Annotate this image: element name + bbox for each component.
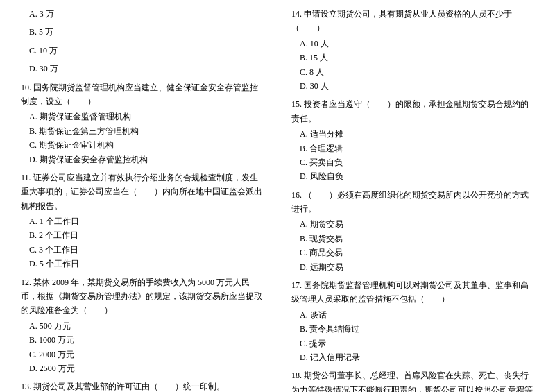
q16-opt-c: C. 商品交易 [291,246,534,259]
question-16-text: 16. （ ）必须在高度组织化的期货交易所内以公开竞价的方式进行。 [291,188,534,216]
option-text: A. 3 万 [21,7,264,21]
q12-opt-d: D. 2500 万元 [21,361,264,375]
question-15-text: 15. 投资者应当遵守（ ）的限额，承担金融期货交易合规约的责任。 [291,97,534,126]
q17-opt-b: B. 责令具结悔过 [291,322,534,336]
question-11: 11. 证券公司应当建立并有效执行介绍业务的合规检查制度，发生重大事项的，证券公… [21,171,264,271]
q15-opt-a: A. 适当分摊 [291,127,534,141]
q16-opt-b: B. 现货交易 [291,232,534,246]
question-13-text: 13. 期货公司及其营业部的许可证由（ ）统一印制。 [21,380,264,392]
q16-opt-a: A. 期货交易 [291,217,534,231]
question-10-text: 10. 国务院期货监督管理机构应当建立、健全保证金安全存管监控制度，设立（ ） [21,80,264,109]
question-18: 18. 期货公司董事长、总经理、首席风险官在失踪、死亡、丧失行为力等特殊情况下不… [291,368,534,392]
q11-opt-c: C. 3 个工作日 [21,243,264,257]
option-text: B. 5 万 [21,25,264,39]
option-b5: B. 5 万 [21,25,264,39]
question-13: 13. 期货公司及其营业部的许可证由（ ）统一印制。 A. 国务院 B. 期货交… [21,380,264,392]
q14-opt-a: A. 10 人 [291,37,534,51]
option-text: D. 30 万 [21,62,264,76]
q11-opt-b: B. 2 个工作日 [21,228,264,242]
question-12-text: 12. 某体 2009 年，某期货交易所的手续费收入为 5000 万元人民币，根… [21,275,264,318]
question-16: 16. （ ）必须在高度组织化的期货交易所内以公开竞价的方式进行。 A. 期货交… [291,188,534,274]
column-left: A. 3 万 B. 5 万 C. 10 万 D. 30 万 10. 国务院期货监… [21,7,271,392]
question-12: 12. 某体 2009 年，某期货交易所的手续费收入为 5000 万元人民币，根… [21,275,264,376]
q10-opt-d: D. 期货保证金安全存管监控机构 [21,153,264,167]
q15-opt-b: B. 合理逻辑 [291,142,534,155]
q14-opt-c: C. 8 人 [291,65,534,79]
q15-opt-d: D. 风险自负 [291,169,534,183]
q11-opt-a: A. 1 个工作日 [21,214,264,228]
page-container: A. 3 万 B. 5 万 C. 10 万 D. 30 万 10. 国务院期货监… [21,7,534,392]
q16-opt-d: D. 远期交易 [291,260,534,274]
q15-opt-c: C. 买卖自负 [291,155,534,169]
option-a3: A. 3 万 [21,7,264,21]
q12-opt-a: A. 500 万元 [21,319,264,333]
question-18-text: 18. 期货公司董事长、总经理、首席风险官在失踪、死亡、丧失行为力等特殊情况下不… [291,368,534,392]
question-17-text: 17. 国务院期货监督管理机构可以对期货公司及其董事、监事和高级管理人员采取的监… [291,278,534,307]
option-text: C. 10 万 [21,44,264,58]
q12-opt-b: B. 1000 万元 [21,333,264,347]
q17-opt-c: C. 提示 [291,336,534,350]
q12-opt-c: C. 2000 万元 [21,348,264,361]
question-14-text: 14. 申请设立期货公司，具有期货从业人员资格的人员不少于（ ） [291,7,534,35]
q17-opt-d: D. 记入信用记录 [291,350,534,364]
question-15: 15. 投资者应当遵守（ ）的限额，承担金融期货交易合规约的责任。 A. 适当分… [291,97,534,183]
question-11-text: 11. 证券公司应当建立并有效执行介绍业务的合规检查制度，发生重大事项的，证券公… [21,171,264,213]
question-10: 10. 国务院期货监督管理机构应当建立、健全保证金安全存管监控制度，设立（ ） … [21,80,264,167]
q17-opt-a: A. 谈话 [291,308,534,322]
q10-opt-b: B. 期货保证金第三方管理机构 [21,124,264,138]
content-columns: A. 3 万 B. 5 万 C. 10 万 D. 30 万 10. 国务院期货监… [21,7,534,392]
question-14: 14. 申请设立期货公司，具有期货从业人员资格的人员不少于（ ） A. 10 人… [291,7,534,93]
q14-opt-b: B. 15 人 [291,51,534,65]
column-right: 14. 申请设立期货公司，具有期货从业人员资格的人员不少于（ ） A. 10 人… [284,7,534,392]
question-17: 17. 国务院期货监督管理机构可以对期货公司及其董事、监事和高级管理人员采取的监… [291,278,534,364]
q10-opt-c: C. 期货保证金审计机构 [21,138,264,152]
option-d30: D. 30 万 [21,62,264,76]
option-c10: C. 10 万 [21,44,264,58]
q10-opt-a: A. 期货保证金监督管理机构 [21,110,264,123]
q14-opt-d: D. 30 人 [291,79,534,93]
q11-opt-d: D. 5 个工作日 [21,257,264,271]
